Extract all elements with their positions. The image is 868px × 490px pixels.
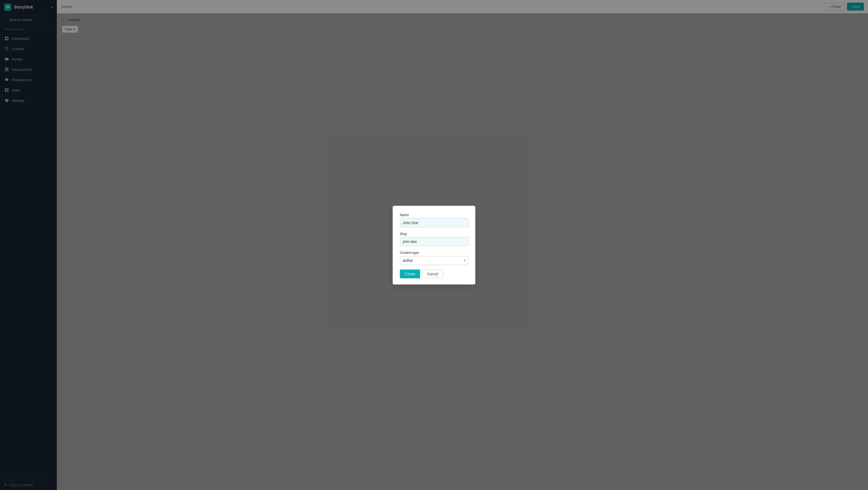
slug-label: Slug xyxy=(400,232,468,236)
slug-input[interactable] xyxy=(400,237,468,246)
content-type-select[interactable]: author page post xyxy=(400,256,468,265)
content-type-label: Content type xyxy=(400,251,468,255)
cancel-button[interactable]: Cancel xyxy=(422,269,443,278)
name-field: Name xyxy=(400,213,468,227)
name-input[interactable] xyxy=(400,219,468,227)
main-content: + Folder + New ⌂ › Authors Filter ▾ xyxy=(57,0,868,490)
name-label: Name xyxy=(400,213,468,217)
modal-overlay: Name Slug Content type author page p xyxy=(0,0,868,490)
modal-actions: Create Cancel xyxy=(400,269,468,278)
content-type-field: Content type author page post ▾ xyxy=(400,251,468,265)
create-entry-modal: Name Slug Content type author page p xyxy=(393,206,475,285)
create-button[interactable]: Create xyxy=(400,269,420,278)
content-area: ⌂ › Authors Filter ▾ Name Slug xyxy=(57,13,868,490)
slug-field: Slug xyxy=(400,232,468,246)
content-type-select-wrapper: author page post ▾ xyxy=(400,256,468,265)
